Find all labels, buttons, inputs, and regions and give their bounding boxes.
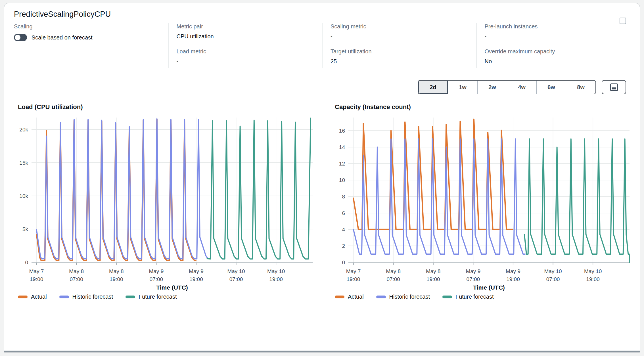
svg-text:4: 4 [342,227,345,233]
select-policy-checkbox[interactable] [620,18,626,24]
svg-text:0: 0 [25,259,28,265]
svg-text:May 7: May 7 [29,268,44,274]
page-title: PredictiveScalingPolicyCPU [14,10,111,19]
svg-text:10k: 10k [19,193,28,199]
target-utilization-value: 25 [331,58,476,65]
svg-text:19:00: 19:00 [30,276,43,282]
svg-text:Time (UTC): Time (UTC) [156,284,188,291]
legend-item-future-forecast[interactable]: Future forecast [126,294,177,300]
historic-series-swatch [376,296,386,298]
time-range-button-group: 2d 1w 2w 4w 6w 8w [418,80,596,94]
svg-text:19:00: 19:00 [586,276,600,282]
prelaunch-instances-value: - [485,33,630,40]
legend-item-actual[interactable]: Actual [18,294,47,300]
svg-text:07:00: 07:00 [467,276,480,282]
capacity-chart[interactable]: May 719:00May 807:00May 819:00May 907:00… [331,115,640,291]
actual-series-swatch [18,296,28,298]
svg-text:20k: 20k [19,127,28,133]
svg-text:19:00: 19:00 [426,276,440,282]
svg-text:14: 14 [339,144,345,150]
range-button-4w[interactable]: 4w [507,81,536,94]
svg-text:12: 12 [339,161,345,167]
toggle-knob [15,35,20,40]
svg-text:May 10: May 10 [227,268,245,274]
svg-text:19:00: 19:00 [269,276,283,282]
capacity-chart-title: Capacity (Instance count) [335,103,640,111]
historic-series-swatch [59,296,69,298]
load-chart-title: Load (CPU utilization) [18,103,323,111]
svg-text:May 8: May 8 [69,268,84,274]
svg-text:07:00: 07:00 [229,276,243,282]
card-header: PredictiveScalingPolicyCPU [14,10,630,19]
legend-item-historic-forecast[interactable]: Historic forecast [376,294,430,300]
svg-text:May 9: May 9 [506,268,520,274]
prelaunch-instances-label: Pre-launch instances [485,23,630,30]
range-button-8w[interactable]: 8w [566,81,595,94]
legend-item-actual[interactable]: Actual [335,294,364,300]
load-chart-legend: Actual Historic forecast Future forecast [18,294,323,300]
metric-pair-column: Metric pair CPU utilization Load metric … [168,23,322,68]
actual-series-swatch [335,296,344,298]
svg-text:16: 16 [339,128,345,134]
prelaunch-column: Pre-launch instances - Override maximum … [476,23,630,68]
predictive-scaling-policy-card: PredictiveScalingPolicyCPU Scaling Scale… [4,3,640,353]
capacity-chart-block: Capacity (Instance count) May 719:00May … [331,103,640,300]
scaling-metric-value: - [331,33,476,40]
future-series-swatch [442,296,452,298]
load-metric-value: - [177,58,322,65]
chart-controls: 2d 1w 2w 4w 6w 8w [14,80,630,94]
svg-text:May 9: May 9 [189,268,204,274]
svg-text:19:00: 19:00 [347,276,360,282]
future-series-swatch [126,296,135,298]
override-max-capacity-value: No [485,58,630,65]
svg-text:19:00: 19:00 [506,276,520,282]
svg-text:May 9: May 9 [466,268,480,274]
svg-text:19:00: 19:00 [189,276,203,282]
load-chart[interactable]: May 719:00May 807:00May 819:00May 907:00… [14,115,323,291]
svg-text:8: 8 [342,194,345,200]
svg-text:May 10: May 10 [584,268,602,274]
svg-text:6: 6 [342,210,345,216]
legend-item-future-forecast[interactable]: Future forecast [442,294,494,300]
svg-text:07:00: 07:00 [150,276,163,282]
range-button-1w[interactable]: 1w [448,81,477,94]
scaling-label: Scaling [14,23,168,30]
svg-text:10: 10 [339,177,345,183]
load-chart-block: Load (CPU utilization) May 719:00May 807… [14,103,323,300]
svg-text:0: 0 [342,259,345,265]
svg-text:May 8: May 8 [386,268,401,274]
scale-based-on-forecast-label: Scale based on forecast [32,34,93,41]
scaling-metric-column: Scaling metric - Target utilization 25 [322,23,476,68]
svg-text:2: 2 [342,243,345,249]
split-panel-divider[interactable] [4,351,640,352]
svg-text:May 10: May 10 [544,268,562,274]
svg-text:5k: 5k [22,226,28,232]
svg-text:19:00: 19:00 [110,276,123,282]
scale-based-on-forecast-toggle[interactable] [14,34,27,41]
scaling-metric-label: Scaling metric [331,23,476,30]
svg-text:May 9: May 9 [149,268,164,274]
charts-row: Load (CPU utilization) May 719:00May 807… [14,103,630,300]
metric-pair-value: CPU utilization [177,33,322,40]
svg-text:Time (UTC): Time (UTC) [473,284,505,291]
svg-text:May 8: May 8 [426,268,441,274]
range-button-6w[interactable]: 6w [536,81,566,94]
load-metric-label: Load metric [177,48,322,55]
range-button-2w[interactable]: 2w [477,81,507,94]
scaling-column: Scaling Scale based on forecast [14,23,168,68]
capacity-chart-legend: Actual Historic forecast Future forecast [335,294,640,300]
policy-fields: Scaling Scale based on forecast Metric p… [14,23,630,68]
svg-text:07:00: 07:00 [546,276,560,282]
legend-item-historic-forecast[interactable]: Historic forecast [59,294,113,300]
split-panel-button[interactable] [602,80,626,94]
svg-text:07:00: 07:00 [386,276,400,282]
target-utilization-label: Target utilization [331,48,476,55]
svg-text:May 10: May 10 [267,268,285,274]
split-panel-icon [610,83,618,91]
metric-pair-label: Metric pair [177,23,322,30]
svg-text:07:00: 07:00 [70,276,83,282]
range-button-2d[interactable]: 2d [418,81,448,94]
override-max-capacity-label: Override maximum capacity [485,48,630,55]
svg-text:May 7: May 7 [346,268,361,274]
svg-text:15k: 15k [19,160,28,166]
